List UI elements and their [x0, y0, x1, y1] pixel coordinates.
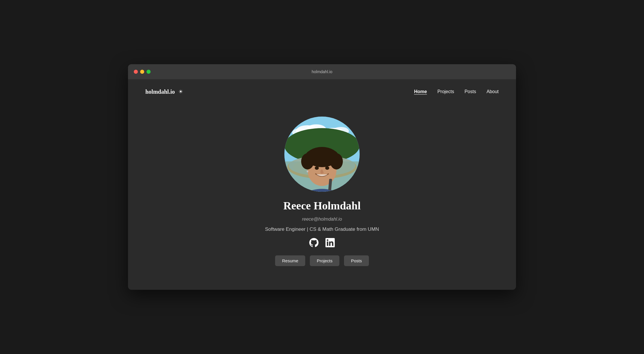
traffic-lights	[128, 70, 151, 74]
nav-links: Home Projects Posts About	[414, 89, 499, 94]
content-area: holmdahl.io ☀ Home Projects Posts About	[128, 79, 516, 290]
svg-point-20	[315, 166, 319, 170]
linkedin-icon	[325, 238, 335, 247]
posts-button[interactable]: Posts	[344, 255, 369, 266]
avatar	[284, 117, 360, 192]
nav-link-home[interactable]: Home	[414, 89, 427, 94]
action-buttons: Resume Projects Posts	[275, 255, 369, 266]
svg-point-19	[310, 148, 334, 161]
navbar: holmdahl.io ☀ Home Projects Posts About	[145, 79, 499, 101]
nav-brand: holmdahl.io ☀	[145, 88, 184, 95]
maximize-button[interactable]	[147, 70, 151, 74]
close-button[interactable]	[134, 70, 138, 74]
profile-name: Reece Holmdahl	[283, 199, 361, 212]
browser-window: holmdahl.io holmdahl.io ☀ Home Projects …	[128, 64, 516, 290]
profile-email: reece@holmdahl.io	[302, 217, 342, 222]
window-title: holmdahl.io	[312, 69, 332, 74]
social-icons	[309, 238, 335, 247]
nav-link-posts[interactable]: Posts	[464, 89, 476, 94]
brand-name[interactable]: holmdahl.io	[145, 89, 175, 95]
svg-point-21	[325, 166, 329, 170]
profile-section: Reece Holmdahl reece@holmdahl.io Softwar…	[145, 101, 499, 290]
projects-button[interactable]: Projects	[310, 255, 339, 266]
svg-point-11	[296, 189, 348, 192]
nav-link-projects[interactable]: Projects	[437, 89, 454, 94]
github-link[interactable]	[309, 238, 319, 247]
linkedin-link[interactable]	[325, 238, 335, 247]
resume-button[interactable]: Resume	[275, 255, 305, 266]
minimize-button[interactable]	[140, 70, 144, 74]
nav-link-about[interactable]: About	[486, 89, 499, 94]
titlebar: holmdahl.io	[128, 64, 516, 79]
svg-point-22	[307, 171, 308, 172]
github-icon	[309, 238, 319, 247]
profile-bio: Software Engineer | CS & Math Graduate f…	[265, 226, 379, 232]
theme-toggle-button[interactable]: ☀	[178, 88, 184, 95]
